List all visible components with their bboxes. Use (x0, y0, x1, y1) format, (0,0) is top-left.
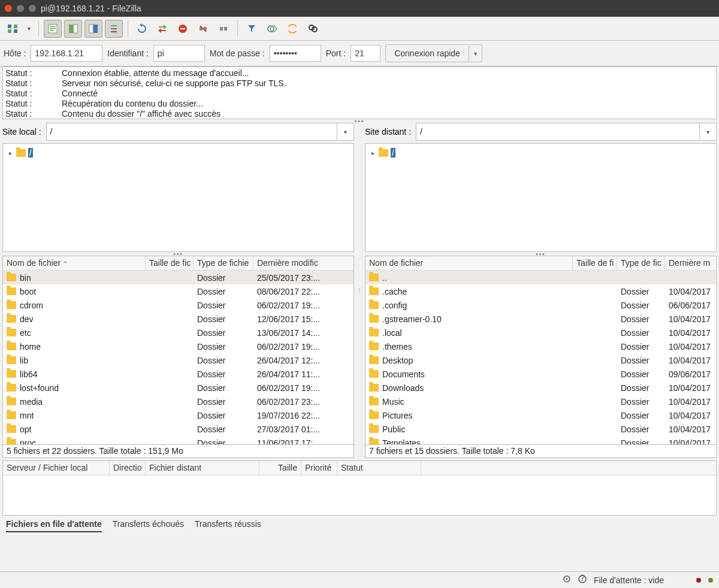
col-size[interactable]: Taille de fi (573, 256, 617, 270)
folder-icon (369, 301, 379, 309)
remote-list-header[interactable]: Nom de fichier Taille de fi Type de fic … (365, 256, 716, 271)
list-item[interactable]: devDossier12/06/2017 15:... (3, 312, 354, 326)
tab-queued[interactable]: Fichiers en file d'attente (6, 519, 102, 532)
toggle-remote-tree-button[interactable] (84, 20, 102, 38)
center-splitter[interactable]: ⋮ (358, 123, 361, 458)
quickconnect-button[interactable]: Connexion rapide (385, 44, 469, 62)
folder-icon (7, 287, 16, 295)
maximize-button[interactable] (29, 5, 36, 12)
list-item[interactable]: mntDossier19/07/2016 22:... (3, 408, 354, 422)
list-item[interactable]: DownloadsDossier10/04/2017 (365, 381, 716, 395)
local-list-header[interactable]: Nom de fichier⌃ Taille de fic Type de fi… (3, 256, 354, 271)
cell-type: Dossier (194, 410, 253, 422)
list-item[interactable]: .cacheDossier10/04/2017 (365, 284, 716, 298)
col-type[interactable]: Type de fic (617, 256, 665, 270)
col-priority[interactable]: Priorité (301, 461, 337, 475)
folder-icon (369, 343, 379, 350)
col-name[interactable]: Nom de fichier⌃ (3, 256, 146, 270)
minimize-button[interactable] (17, 5, 24, 12)
tree-row[interactable]: ▸ / (369, 146, 712, 159)
col-size[interactable]: Taille (259, 461, 301, 475)
toggle-local-tree-button[interactable] (64, 20, 82, 38)
tree-row[interactable]: ▸ / (7, 146, 350, 159)
remote-status: 7 fichiers et 15 dossiers. Taille totale… (365, 445, 717, 458)
list-item[interactable]: .. (365, 271, 716, 284)
remote-tree[interactable]: ▸ / (365, 143, 717, 252)
list-item[interactable]: .configDossier06/06/2017 (365, 298, 716, 312)
list-item[interactable]: .localDossier10/04/2017 (365, 326, 716, 340)
col-type[interactable]: Type de fichie (194, 256, 253, 270)
col-remote[interactable]: Fichier distant (146, 461, 259, 475)
list-item[interactable]: lost+foundDossier06/02/2017 19:... (3, 381, 354, 395)
col-direction[interactable]: Directio (110, 461, 146, 475)
list-item[interactable]: etcDossier13/06/2017 14:... (3, 326, 354, 340)
tree-expander-icon[interactable]: ▸ (369, 150, 376, 156)
gear-icon[interactable] (563, 575, 571, 585)
local-path-input[interactable] (47, 127, 337, 137)
quickconnect-history-dropdown[interactable]: ▾ (469, 44, 482, 62)
site-manager-button[interactable] (4, 20, 22, 38)
list-item[interactable]: DesktopDossier10/04/2017 (365, 353, 716, 367)
cell-name: .config (365, 299, 573, 311)
reconnect-button[interactable] (215, 20, 232, 38)
list-item[interactable]: .gstreamer-0.10Dossier10/04/2017 (365, 312, 716, 326)
toggle-queue-button[interactable] (105, 20, 123, 38)
host-input[interactable] (31, 45, 102, 62)
list-item[interactable]: binDossier25/05/2017 23:... (3, 271, 354, 284)
tab-successful[interactable]: Transferts réussis (195, 519, 261, 532)
list-item[interactable]: homeDossier06/02/2017 19:... (3, 340, 354, 353)
col-server[interactable]: Serveur / Fichier local (3, 461, 110, 475)
list-item[interactable]: procDossier11/06/2017 17:... (3, 436, 354, 444)
remote-file-list[interactable]: Nom de fichier Taille de fi Type de fic … (365, 256, 717, 445)
search-button[interactable] (304, 20, 322, 38)
toggle-message-log-button[interactable] (44, 20, 62, 38)
list-item[interactable]: mediaDossier06/02/2017 23:... (3, 395, 354, 408)
list-item[interactable]: PublicDossier10/04/2017 (365, 422, 716, 436)
list-item[interactable]: optDossier27/03/2017 01:... (3, 422, 354, 436)
help-icon[interactable]: ? (578, 575, 587, 585)
message-log[interactable]: Statut :Connexion établie, attente du me… (2, 66, 717, 119)
list-item[interactable]: MusicDossier10/04/2017 (365, 395, 716, 408)
svg-rect-5 (50, 26, 56, 28)
site-manager-dropdown[interactable]: ▾ (24, 25, 34, 32)
port-input[interactable] (351, 45, 380, 62)
transfer-queue[interactable]: Serveur / Fichier local Directio Fichier… (2, 460, 717, 516)
cancel-button[interactable] (174, 20, 192, 38)
local-path-combo[interactable]: ▾ (46, 123, 354, 141)
pass-input[interactable] (270, 45, 321, 62)
list-item[interactable]: bootDossier08/06/2017 22:... (3, 284, 354, 298)
col-name[interactable]: Nom de fichier (365, 256, 573, 270)
list-item[interactable]: libDossier26/04/2017 12:... (3, 353, 354, 367)
tab-failed[interactable]: Transferts échoués (113, 519, 184, 532)
process-queue-button[interactable] (153, 20, 171, 38)
log-row: Statut :Connexion établie, attente du me… (5, 68, 714, 78)
disconnect-button[interactable] (194, 20, 212, 38)
synchronized-browsing-button[interactable] (283, 20, 301, 38)
remote-path-combo[interactable]: ▾ (416, 123, 717, 141)
filter-button[interactable] (243, 20, 261, 38)
col-status[interactable]: Statut (337, 461, 421, 475)
col-mod[interactable]: Dernière m (665, 256, 716, 270)
list-item[interactable]: .themesDossier10/04/2017 (365, 340, 716, 353)
remote-path-dropdown[interactable]: ▾ (699, 123, 716, 140)
tree-expander-icon[interactable]: ▸ (7, 150, 14, 156)
list-item[interactable]: DocumentsDossier09/06/2017 (365, 367, 716, 381)
cell-modified: 10/04/2017 (665, 382, 716, 394)
col-mod[interactable]: Dernière modific (253, 256, 354, 270)
local-tree[interactable]: ▸ / (2, 143, 354, 252)
list-item[interactable]: cdromDossier06/02/2017 19:... (3, 298, 354, 312)
local-path-dropdown[interactable]: ▾ (337, 123, 354, 140)
refresh-button[interactable] (133, 20, 151, 38)
directory-compare-button[interactable] (263, 20, 281, 38)
user-input[interactable] (153, 45, 205, 62)
queue-header[interactable]: Serveur / Fichier local Directio Fichier… (3, 461, 716, 475)
list-item[interactable]: PicturesDossier10/04/2017 (365, 408, 716, 422)
col-size[interactable]: Taille de fic (146, 256, 194, 270)
cell-name: Documents (365, 368, 573, 380)
close-button[interactable] (5, 5, 12, 12)
list-item[interactable]: lib64Dossier26/04/2017 11:... (3, 367, 354, 381)
list-item[interactable]: TemplatesDossier10/04/2017 (365, 436, 716, 444)
remote-path-input[interactable] (416, 127, 699, 137)
log-row: Statut :Connecté (5, 89, 714, 99)
local-file-list[interactable]: Nom de fichier⌃ Taille de fic Type de fi… (2, 256, 354, 445)
